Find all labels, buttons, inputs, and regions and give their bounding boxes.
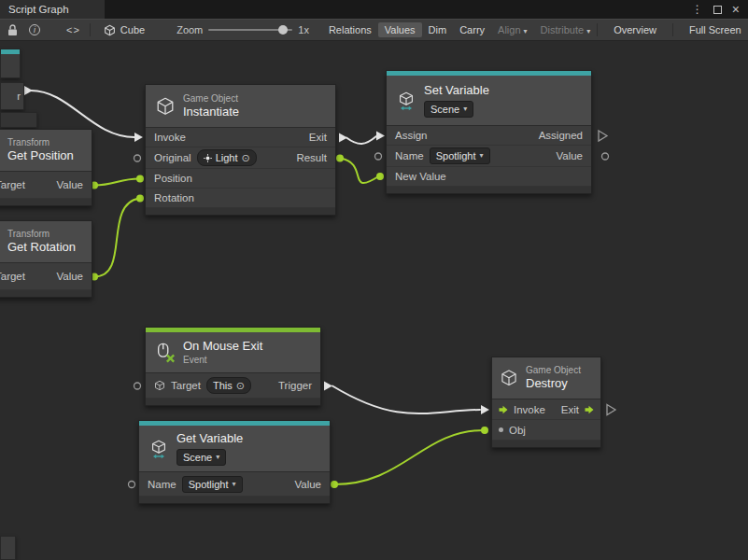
node-get-position[interactable]: Transform Get Position Target Value: [0, 129, 92, 206]
kebab-menu-icon[interactable]: ⋮: [692, 4, 703, 15]
variable-name-dropdown[interactable]: Spotlight ▾: [430, 147, 490, 164]
port-row: Target This ⊙ Trigger: [146, 373, 320, 399]
align-dropdown[interactable]: Align ▾: [491, 22, 534, 37]
offscreen-node-fragment[interactable]: [0, 49, 21, 78]
port-assigned[interactable]: Assigned: [539, 130, 583, 141]
control-port-arrow-icon: [134, 133, 143, 142]
port-trigger-clipped[interactable]: r: [17, 91, 21, 102]
object-field-value: This: [213, 379, 233, 392]
value-port-dot: [136, 195, 144, 203]
port-target-input[interactable]: [134, 383, 141, 389]
wire-control-trigger-to-destroy-invoke[interactable]: [332, 386, 480, 414]
variable-name-value: Spotlight: [189, 478, 229, 491]
port-rotation[interactable]: Rotation: [154, 192, 194, 203]
node-title: Get Rotation: [7, 240, 76, 255]
node-on-mouse-exit[interactable]: On Mouse Exit Event Target This ⊙ Trigge…: [145, 327, 321, 406]
node-instantiate[interactable]: Game Object Instantiate Invoke Exit Orig…: [145, 84, 336, 216]
tab-script-graph[interactable]: Script Graph: [0, 0, 105, 19]
port-target[interactable]: Target: [0, 271, 25, 282]
variable-kind-dropdown[interactable]: Scene ▾: [424, 101, 473, 118]
target-object-field[interactable]: This ⊙: [206, 377, 251, 394]
port-value[interactable]: Value: [56, 179, 83, 190]
offscreen-node-fragment[interactable]: r: [0, 82, 24, 110]
object-picker-icon[interactable]: ⊙: [236, 381, 245, 391]
port-original[interactable]: Original: [154, 152, 191, 163]
variable-icon: [148, 439, 169, 459]
control-arrow-icon: [585, 405, 594, 414]
node-header: Set Variable Scene ▾: [387, 76, 591, 126]
port-invoke[interactable]: Invoke: [514, 404, 545, 415]
port-assign[interactable]: Assign: [395, 130, 428, 141]
toolbar-divider: [90, 23, 91, 36]
relations-button[interactable]: Relations: [322, 22, 378, 37]
original-object-field[interactable]: Light ⊙: [197, 149, 257, 166]
fullscreen-button[interactable]: Full Screen: [683, 22, 748, 37]
zoom-slider[interactable]: [208, 29, 292, 31]
port-target[interactable]: Target: [0, 179, 25, 190]
wire-value-getrotation-to-rotation[interactable]: [94, 199, 139, 277]
distribute-label: Distribute: [541, 24, 584, 35]
wire-value-result-to-newvalue[interactable]: [340, 159, 379, 184]
port-result[interactable]: Result: [296, 152, 327, 163]
wire-control-exit-to-assign[interactable]: [346, 136, 376, 144]
port-name[interactable]: Name: [148, 479, 176, 490]
port-value[interactable]: Value: [294, 479, 321, 490]
port-target[interactable]: Target: [171, 380, 201, 391]
offscreen-node-fragment[interactable]: [0, 112, 37, 128]
port-name[interactable]: Name: [395, 150, 424, 161]
object-picker-icon[interactable]: ⊙: [242, 153, 250, 163]
variable-name-dropdown[interactable]: Spotlight ▾: [182, 476, 243, 493]
port-position[interactable]: Position: [154, 173, 192, 184]
toolbar-divider: [672, 23, 673, 36]
node-header: Transform Get Rotation: [0, 221, 92, 263]
port-name-input[interactable]: [375, 153, 382, 160]
info-icon[interactable]: i: [29, 24, 40, 35]
port-value-output[interactable]: [602, 153, 609, 160]
node-category: Transform: [7, 228, 76, 240]
zoom-slider-handle[interactable]: [278, 25, 288, 35]
carry-button[interactable]: Carry: [453, 22, 491, 37]
zoom-value: 1x: [298, 24, 309, 35]
offscreen-node-fragment[interactable]: [0, 536, 16, 560]
wire-value-getvariable-to-obj[interactable]: [334, 430, 484, 484]
code-preview-icon[interactable]: <>: [66, 24, 80, 35]
port-assigned-output[interactable]: [599, 131, 607, 141]
variable-accent-bar: [1, 49, 20, 54]
values-button[interactable]: Values: [378, 22, 422, 37]
lock-icon[interactable]: [7, 24, 18, 36]
distribute-dropdown[interactable]: Distribute ▾: [534, 22, 598, 37]
port-row: Name Spotlight ▾ Value: [139, 472, 330, 497]
port-row: Target Value: [0, 172, 92, 199]
node-set-variable[interactable]: Set Variable Scene ▾ Assign Assigned Nam…: [386, 70, 592, 194]
port-value[interactable]: Value: [556, 150, 583, 161]
port-trigger[interactable]: Trigger: [278, 380, 312, 391]
port-exit[interactable]: Exit: [309, 132, 327, 143]
port-new-value[interactable]: New Value: [395, 171, 446, 182]
value-port-dot: [376, 173, 384, 180]
node-get-rotation[interactable]: Transform Get Rotation Target Value: [0, 220, 92, 298]
port-obj[interactable]: Obj: [509, 425, 526, 436]
control-port-arrow-icon: [324, 382, 332, 391]
dim-button[interactable]: Dim: [422, 22, 454, 37]
graph-target-label[interactable]: Cube: [120, 24, 145, 35]
overview-button[interactable]: Overview: [607, 22, 663, 37]
variable-kind-value: Scene: [430, 103, 459, 116]
wire-value-getposition-to-position[interactable]: [94, 179, 139, 186]
node-title: Get Variable: [176, 431, 243, 446]
variable-name-value: Spotlight: [436, 149, 476, 162]
node-destroy[interactable]: Game Object Destroy Invoke Exit Obj: [491, 357, 601, 448]
port-name-input-get[interactable]: [129, 482, 135, 488]
port-exit-output[interactable]: [607, 405, 615, 415]
port-row: Position: [146, 169, 335, 189]
close-icon[interactable]: ×: [732, 3, 740, 16]
node-get-variable[interactable]: Get Variable Scene ▾ Name Spotlight ▾ Va…: [138, 420, 331, 504]
variable-kind-dropdown[interactable]: Scene ▾: [176, 449, 226, 466]
port-original-input[interactable]: [134, 155, 141, 161]
node-footer: [0, 290, 92, 297]
port-invoke[interactable]: Invoke: [154, 132, 186, 143]
maximize-icon[interactable]: [713, 6, 722, 14]
node-header: On Mouse Exit Event: [146, 332, 320, 373]
port-value[interactable]: Value: [56, 271, 83, 282]
port-exit[interactable]: Exit: [561, 404, 579, 415]
tab-bar: Script Graph ⋮ ×: [0, 0, 748, 19]
